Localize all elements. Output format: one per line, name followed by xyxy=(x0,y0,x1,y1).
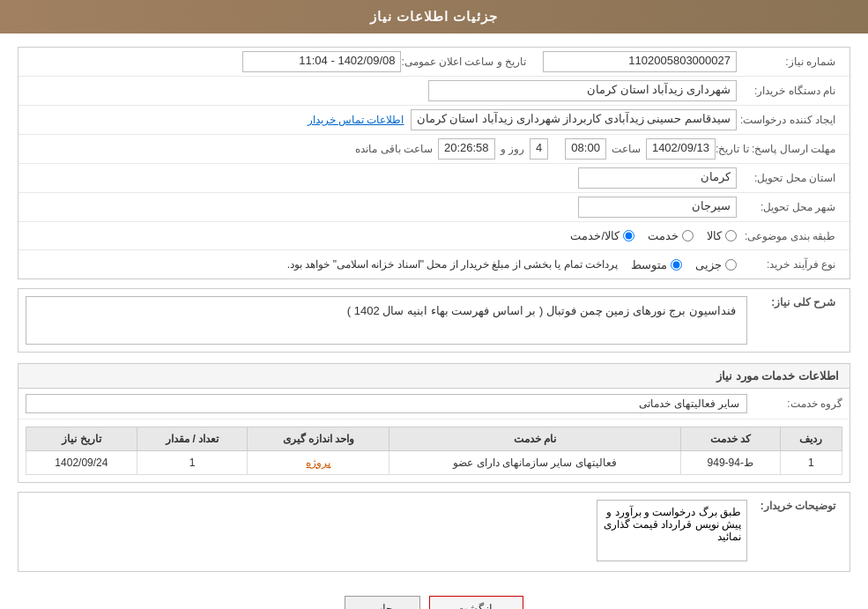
need-desc-label: شرح کلی نیاز: xyxy=(754,296,842,308)
group-service-value: سایر فعالیتهای خدماتی xyxy=(26,394,747,413)
need-desc-section: شرح کلی نیاز: فنداسیون برج نورهای زمین چ… xyxy=(18,288,850,353)
city-label: شهر محل تحویل: xyxy=(737,201,842,213)
services-table-container: ردیف کد خدمت نام خدمت واحد اندازه گیری ت… xyxy=(19,420,849,482)
col-code: کد خدمت xyxy=(680,427,780,451)
need-number-value: 1102005803000027 xyxy=(543,51,737,72)
category-goods-radio[interactable] xyxy=(725,230,737,241)
deadline-fields: 1402/09/13 ساعت 08:00 4 روز و 20:26:58 س… xyxy=(355,138,716,160)
table-cell-code: ط-94-949 xyxy=(680,451,780,475)
table-cell-date: 1402/09/24 xyxy=(26,451,137,475)
buyer-desc-textarea[interactable] xyxy=(597,500,747,561)
province-row: استان محل تحویل: کرمان xyxy=(19,164,849,193)
category-goods-label: کالا xyxy=(707,229,722,242)
process-radio-medium[interactable]: متوسط xyxy=(631,258,682,271)
table-cell-unit: پروژه xyxy=(248,451,389,475)
col-row: ردیف xyxy=(780,427,842,451)
category-radio-service[interactable]: خدمت xyxy=(648,229,694,242)
table-cell-name: فعالیتهای سایر سازمانهای دارای عضو xyxy=(389,451,680,475)
creator-contact-link[interactable]: اطلاعات تماس خریدار xyxy=(308,114,404,126)
page-wrapper: جزئیات اطلاعات نیاز شماره نیاز: 11020058… xyxy=(0,0,868,609)
process-label: نوع فرآیند خرید: xyxy=(737,258,842,271)
deadline-time: 08:00 xyxy=(565,138,606,160)
province-value: کرمان xyxy=(578,167,737,189)
process-medium-label: متوسط xyxy=(631,258,667,271)
category-both-label: کالا/خدمت xyxy=(570,229,619,242)
back-button[interactable]: بازگشت xyxy=(429,596,523,609)
buttons-row: بازگشت چاپ xyxy=(18,583,850,609)
deadline-time-label: ساعت xyxy=(612,143,641,155)
services-section: گروه خدمت: سایر فعالیتهای خدماتی ردیف کد… xyxy=(18,388,850,483)
creator-row: ایجاد کننده درخواست: سیدقاسم حسینی زیدآب… xyxy=(19,106,849,135)
process-row: نوع فرآیند خرید: جزیی متوسط پرداخت تمام … xyxy=(19,250,849,279)
announce-date-value: 1402/09/08 - 11:04 xyxy=(242,51,401,72)
city-value: سیرجان xyxy=(578,197,737,218)
process-medium-radio[interactable] xyxy=(671,259,682,271)
deadline-days-label: روز و xyxy=(501,143,524,155)
table-cell-quantity: 1 xyxy=(137,451,248,475)
process-note: پرداخت تمام یا بخشی از مبلغ خریدار از مح… xyxy=(26,258,618,271)
col-unit: واحد اندازه گیری xyxy=(248,427,389,451)
need-number-row: شماره نیاز: 1102005803000027 تاریخ و ساع… xyxy=(19,48,849,77)
creator-value: سیدقاسم حسینی زیدآبادی کاربرداز شهرداری … xyxy=(411,109,737,130)
main-info-section: شماره نیاز: 1102005803000027 تاریخ و ساع… xyxy=(18,47,850,279)
category-radio-both[interactable]: کالا/خدمت xyxy=(570,229,634,242)
process-partial-label: جزیی xyxy=(695,258,722,271)
col-quantity: تعداد / مقدار xyxy=(137,427,248,451)
group-service-row: گروه خدمت: سایر فعالیتهای خدماتی xyxy=(19,389,849,420)
process-partial-radio[interactable] xyxy=(725,259,737,271)
page-header: جزئیات اطلاعات نیاز xyxy=(0,0,868,33)
services-table: ردیف کد خدمت نام خدمت واحد اندازه گیری ت… xyxy=(26,427,842,475)
process-radio-group: جزیی متوسط پرداخت تمام یا بخشی از مبلغ خ… xyxy=(26,258,737,271)
col-name: نام خدمت xyxy=(389,427,680,451)
deadline-row: مهلت ارسال پاسخ: تا تاریخ: 1402/09/13 سا… xyxy=(19,135,849,164)
deadline-remaining: 20:26:58 xyxy=(438,138,495,160)
process-radio-partial[interactable]: جزیی xyxy=(695,258,737,271)
header-title: جزئیات اطلاعات نیاز xyxy=(370,9,498,24)
category-service-label: خدمت xyxy=(648,229,679,242)
table-cell-row: 1 xyxy=(780,451,842,475)
buyer-org-label: نام دستگاه خریدار: xyxy=(737,85,842,97)
city-row: شهر محل تحویل: سیرجان xyxy=(19,193,849,222)
need-desc-value: فنداسیون برج نورهای زمین چمن فوتبال ( بر… xyxy=(26,296,747,345)
services-section-title: اطلاعات خدمات مورد نیاز xyxy=(18,363,850,388)
col-date: تاریخ نیاز xyxy=(26,427,137,451)
category-both-radio[interactable] xyxy=(623,230,634,241)
print-button[interactable]: چاپ xyxy=(345,596,420,609)
category-label: طبقه بندی موضوعی: xyxy=(737,230,842,242)
buyer-org-value: شهرداری زیدآباد استان کرمان xyxy=(428,80,737,101)
buyer-desc-container xyxy=(26,500,747,564)
category-radio-group: کالا خدمت کالا/خدمت xyxy=(26,229,737,242)
deadline-days: 4 xyxy=(530,138,548,160)
creator-label: ایجاد کننده درخواست: xyxy=(737,114,842,126)
content-area: شماره نیاز: 1102005803000027 تاریخ و ساع… xyxy=(0,33,868,609)
deadline-label: مهلت ارسال پاسخ: تا تاریخ: xyxy=(716,143,842,155)
deadline-date: 1402/09/13 xyxy=(646,138,716,160)
buyer-org-row: نام دستگاه خریدار: شهرداری زیدآباد استان… xyxy=(19,77,849,106)
announce-date-label: تاریخ و ساعت اعلان عمومی: xyxy=(401,56,533,68)
deadline-remaining-label: ساعت باقی مانده xyxy=(355,143,433,155)
buyer-desc-section: توضیحات خریدار: xyxy=(18,492,850,572)
category-radio-goods[interactable]: کالا xyxy=(707,229,737,242)
need-number-label: شماره نیاز: xyxy=(737,56,842,68)
category-row: طبقه بندی موضوعی: کالا خدمت کالا/خدمت xyxy=(19,222,849,250)
province-label: استان محل تحویل: xyxy=(737,172,842,184)
table-row: 1ط-94-949فعالیتهای سایر سازمانهای دارای … xyxy=(26,451,842,475)
category-service-radio[interactable] xyxy=(682,230,694,241)
buyer-desc-label: توضیحات خریدار: xyxy=(754,500,842,512)
group-service-label: گروه خدمت: xyxy=(754,397,842,410)
